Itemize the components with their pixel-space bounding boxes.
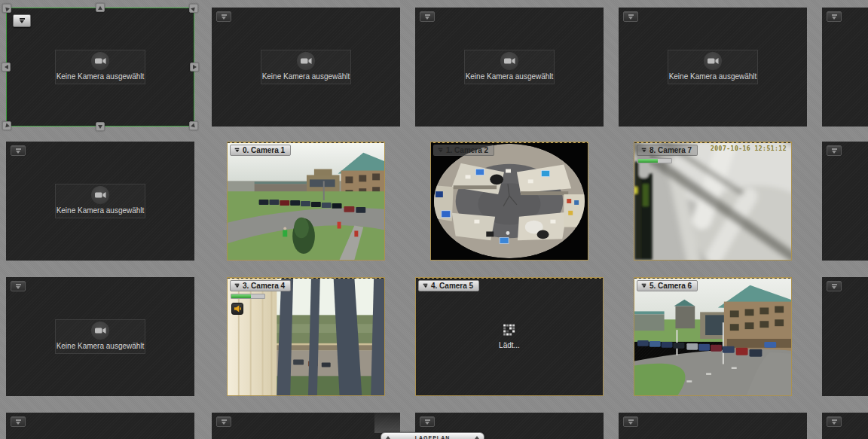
no-camera-message: Keine Kamera ausgewählt xyxy=(57,342,145,350)
camera-tile-empty-selected[interactable]: Keine Kamera ausgewählt xyxy=(6,8,194,127)
camera-label-button[interactable]: 8. Camera 7 xyxy=(637,145,698,156)
camera-tile-empty[interactable] xyxy=(619,413,807,439)
chevron-down-icon xyxy=(425,419,430,425)
chevron-down-icon xyxy=(439,148,443,153)
camera-name: 3. Camera 4 xyxy=(243,282,285,290)
no-camera-message: Keine Kamera ausgewählt xyxy=(57,72,145,81)
camera-tile-empty[interactable] xyxy=(822,142,868,261)
camera-tile-empty[interactable] xyxy=(822,413,868,439)
chevron-down-icon xyxy=(832,284,837,289)
camera-select-button[interactable] xyxy=(827,145,842,156)
camera-label-button[interactable]: 0. Camera 1 xyxy=(230,145,291,156)
camera-tile-empty[interactable]: Keine Kamera ausgewählt xyxy=(212,8,400,127)
chevron-down-icon xyxy=(222,14,227,20)
no-camera-panel: Keine Kamera ausgewählt xyxy=(464,50,555,84)
camera-select-button[interactable] xyxy=(11,416,26,427)
camera-select-button[interactable] xyxy=(11,281,26,291)
camera-tile-empty[interactable] xyxy=(212,413,400,439)
camera-select-button[interactable] xyxy=(13,14,31,27)
resize-handle-sw[interactable] xyxy=(2,121,11,130)
camera-select-button[interactable] xyxy=(827,11,842,22)
chevron-down-icon xyxy=(235,148,240,153)
camera-label-button[interactable]: 3. Camera 4 xyxy=(230,280,291,291)
chevron-down-icon xyxy=(222,419,227,425)
expand-left-arrow-icon[interactable] xyxy=(384,434,392,439)
buffer-progress xyxy=(637,158,672,163)
camera-select-button[interactable] xyxy=(827,281,842,291)
no-camera-panel: Keine Kamera ausgewählt xyxy=(55,319,145,354)
buffer-progress-fill xyxy=(638,159,658,163)
resize-handle-s[interactable] xyxy=(96,122,105,131)
camera-tile-empty[interactable]: Keine Kamera ausgewählt xyxy=(6,277,194,396)
camera-icon xyxy=(297,52,315,70)
camera-name: 4. Camera 5 xyxy=(431,282,473,290)
camera-feed-image xyxy=(634,278,791,395)
chevron-down-icon xyxy=(832,148,837,154)
chevron-down-icon xyxy=(832,419,837,425)
resize-handle-se[interactable] xyxy=(189,121,198,130)
active-border-decoration xyxy=(634,142,791,143)
chevron-down-icon xyxy=(16,148,21,154)
camera-icon xyxy=(91,186,109,204)
bottom-panel-header[interactable]: LAGEPLAN xyxy=(381,432,484,439)
chevron-down-icon xyxy=(20,18,25,23)
chevron-down-icon xyxy=(642,284,646,288)
no-camera-panel: Keine Kamera ausgewählt xyxy=(55,50,145,84)
resize-handle-nw[interactable] xyxy=(2,4,11,13)
camera-tile-cam4[interactable]: 3. Camera 4 xyxy=(227,277,385,396)
camera-tile-empty[interactable]: Keine Kamera ausgewählt xyxy=(6,142,194,261)
camera-select-button[interactable] xyxy=(623,11,638,22)
buffer-progress xyxy=(231,294,265,299)
camera-select-button[interactable] xyxy=(420,11,435,22)
audio-button[interactable] xyxy=(231,303,243,315)
resize-handle-ne[interactable] xyxy=(189,4,198,13)
no-camera-panel: Keine Kamera ausgewählt xyxy=(261,50,351,84)
camera-tile-empty[interactable] xyxy=(822,277,868,396)
speaker-icon xyxy=(234,304,242,313)
camera-icon xyxy=(704,52,722,70)
chevron-down-icon xyxy=(16,419,21,425)
camera-tile-cam6[interactable]: 5. Camera 6 xyxy=(634,277,792,396)
camera-name: 5. Camera 6 xyxy=(649,282,692,290)
timestamp-overlay: 2007-10-16 12:51:12 xyxy=(711,145,787,152)
camera-select-button[interactable] xyxy=(216,416,231,427)
loading-pixels-icon xyxy=(503,325,515,337)
loading-message: Lädt... xyxy=(499,341,520,349)
active-border-decoration xyxy=(634,278,791,279)
no-camera-message: Keine Kamera ausgewählt xyxy=(466,72,554,81)
camera-feed-image: . xyxy=(431,142,588,260)
chevron-down-icon xyxy=(235,284,240,288)
camera-select-button[interactable] xyxy=(11,145,26,156)
camera-tile-cam2[interactable]: . 1. Camera 2 xyxy=(430,142,588,261)
camera-select-button[interactable] xyxy=(623,416,638,427)
camera-label-button[interactable]: 5. Camera 6 xyxy=(637,280,698,291)
camera-feed-image xyxy=(228,142,384,260)
no-camera-panel: Keine Kamera ausgewählt xyxy=(55,184,145,218)
camera-tile-cam5[interactable]: 4. Camera 5 Lädt... xyxy=(415,277,604,396)
no-camera-panel: Keine Kamera ausgewählt xyxy=(668,50,758,84)
camera-tile-empty[interactable]: Keine Kamera ausgewählt xyxy=(619,8,807,127)
resize-handle-w[interactable] xyxy=(2,62,11,72)
camera-grid: Keine Kamera ausgewählt Keine Kamera aus… xyxy=(0,0,868,439)
chevron-down-icon xyxy=(832,14,837,20)
camera-label-button[interactable]: 4. Camera 5 xyxy=(418,280,479,291)
active-border-decoration xyxy=(228,278,384,279)
chevron-down-icon xyxy=(628,419,634,425)
camera-select-button[interactable] xyxy=(216,11,231,22)
resize-handle-n[interactable] xyxy=(96,3,105,12)
camera-icon xyxy=(91,52,109,70)
resize-handle-e[interactable] xyxy=(190,62,199,72)
camera-tile-empty[interactable] xyxy=(6,413,194,439)
camera-tile-empty[interactable] xyxy=(822,8,868,127)
chevron-down-icon xyxy=(642,148,646,153)
chevron-down-icon xyxy=(628,14,634,20)
bottom-panel-title: LAGEPLAN xyxy=(392,435,473,439)
camera-tile-cam1[interactable]: 0. Camera 1 xyxy=(227,142,385,261)
camera-tile-cam7[interactable]: 8. Camera 7 2007-10-16 12:51:12 xyxy=(634,142,792,261)
no-camera-message: Keine Kamera ausgewählt xyxy=(669,72,757,81)
expand-right-arrow-icon[interactable] xyxy=(473,434,481,439)
camera-select-button[interactable] xyxy=(420,416,435,427)
camera-tile-empty[interactable]: Keine Kamera ausgewählt xyxy=(415,8,604,127)
camera-select-button[interactable] xyxy=(827,416,842,427)
camera-label-button[interactable]: 1. Camera 2 xyxy=(433,145,494,156)
